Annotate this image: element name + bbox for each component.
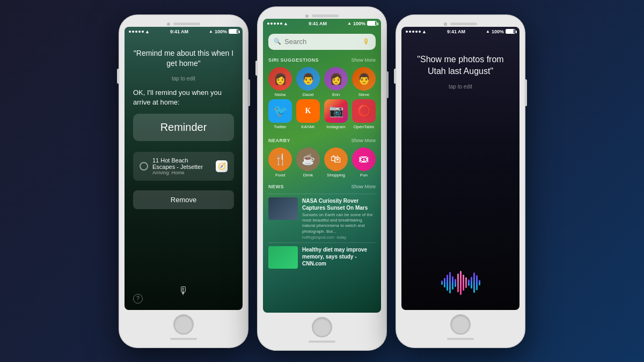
news-content-1: NASA Curiosity Rover Captures Sunset On … [302, 197, 376, 240]
wave-bar-12 [471, 277, 472, 289]
help-button[interactable]: ? [133, 294, 143, 304]
status-right: ▲ 100% [209, 29, 238, 34]
nearby-drink[interactable]: ☕ Drink [296, 147, 320, 178]
app-instagram[interactable]: 📷 Instagram [324, 99, 348, 129]
wave-bar-3 [447, 275, 448, 291]
power-button-3 [525, 79, 527, 106]
reminder-item[interactable]: 11 Hot Beach Escapes - Jetsetter Arrivin… [133, 152, 234, 181]
wave-bar-15 [479, 280, 480, 285]
iphone-2: ▲ 9:41 AM ▲ 100% 🔍 Search 🎙 [258, 7, 386, 350]
reminder-card: Reminder [133, 114, 234, 141]
sig1 [267, 23, 269, 25]
status-bar-2: ▲ 9:41 AM ▲ 100% [263, 19, 381, 28]
home-button-3[interactable] [450, 314, 471, 335]
iphone-3: ▲ 9:41 AM ▲ 100% "Show me photos from Ut… [396, 15, 525, 348]
iphone-bottom-2 [263, 339, 381, 345]
news-desc-1: Sunsets on Earth can be some of the most… [302, 212, 376, 235]
news-show-more[interactable]: Show More [351, 184, 376, 189]
siri-suggestions-header: SIRI SUGGESTIONS Show More [268, 57, 376, 63]
battery-fill-3 [506, 29, 514, 33]
front-camera-2 [305, 14, 309, 18]
avatar-erin: 👩 [324, 67, 348, 91]
app-twitter[interactable]: 🐦 Twitter [268, 99, 292, 129]
search-placeholder: Search [284, 38, 360, 46]
news-item-2[interactable]: Healthy diet may improve memory, says st… [268, 242, 376, 272]
search-bar[interactable]: 🔍 Search 🎙 [268, 34, 376, 50]
signal-icon-3: ▲ [486, 29, 490, 34]
kayak-icon: K [296, 99, 320, 123]
reminder-title: 11 Hot Beach Escapes - Jetsetter [152, 157, 211, 170]
nearby-section: NEARBY Show More 🍴 Food ☕ Drink 🛍 Shoppi… [263, 134, 381, 182]
reminder-label: Reminder [141, 121, 226, 134]
app-name-opentable: OpenTable [354, 124, 375, 129]
home-button-2[interactable] [312, 317, 332, 337]
iphone-top-3 [401, 20, 519, 27]
wifi-icon: ▲ [145, 29, 150, 34]
front-camera [167, 23, 170, 26]
siri-waveform [401, 267, 519, 299]
s4 [415, 31, 418, 33]
signal-dot-3 [135, 31, 137, 33]
reminder-subtitle: Arriving: Home [152, 170, 211, 175]
signal-dot-1 [129, 31, 131, 33]
apps-row: 🐦 Twitter K KAYAK 📷 Instagram ⭕ OpenTabl… [268, 99, 376, 129]
siri-microphone[interactable]: 🎙 [133, 285, 234, 301]
app-name-kayak: KAYAK [301, 124, 315, 129]
wave-bar-1 [441, 280, 443, 285]
mic-search-icon[interactable]: 🎙 [363, 38, 370, 46]
nearby-shopping[interactable]: 🛍 Shopping [324, 147, 348, 178]
sig4 [277, 23, 279, 25]
tap-to-edit-1[interactable]: tap to edit [133, 76, 234, 82]
wave-bar-9 [463, 275, 464, 291]
twitter-icon: 🐦 [268, 99, 292, 123]
battery-percent-2: 100% [353, 21, 365, 26]
nearby-label-shopping: Shopping [327, 173, 345, 178]
tap-to-edit-3[interactable]: tap to edit [410, 84, 511, 90]
wave-bar-2 [444, 278, 445, 287]
app-kayak[interactable]: K KAYAK [296, 99, 320, 129]
contact-name-steve: Steve [358, 92, 369, 97]
nearby-label-drink: Drink [303, 173, 313, 178]
signal-dot-5 [142, 31, 144, 33]
contact-steve[interactable]: 👨 Steve [352, 67, 376, 97]
nearby-fun[interactable]: 🎟 Fun [352, 147, 376, 178]
wave-bar-7 [457, 274, 459, 292]
status-left: ▲ [129, 29, 150, 34]
status-bar-1: ▲ 9:41 AM ▲ 100% [125, 27, 243, 36]
bottom-speaker-3 [447, 338, 474, 340]
drink-icon: ☕ [296, 147, 320, 171]
safari-icon[interactable]: 🧭 [216, 160, 228, 172]
remove-button[interactable]: Remove [133, 190, 234, 209]
app-opentable[interactable]: ⭕ OpenTable [352, 99, 376, 129]
news-content-2: Healthy diet may improve memory, says st… [302, 246, 376, 268]
phones-container: ▲ 9:41 AM ▲ 100% "Remind me about this w… [0, 0, 644, 362]
contact-nisha[interactable]: 👩 Nisha [268, 67, 292, 97]
app-name-twitter: Twitter [274, 124, 287, 129]
iphone-top-2 [263, 12, 381, 19]
contacts-row: 👩 Nisha 👨 David 👩 Erin 👨 Steve [268, 67, 376, 97]
search-icon: 🔍 [274, 38, 281, 45]
wave-bar-14 [476, 275, 478, 290]
battery-fill-1 [229, 29, 237, 33]
contact-david[interactable]: 👨 David [296, 67, 320, 97]
food-icon: 🍴 [268, 147, 292, 171]
opentable-icon: ⭕ [352, 99, 376, 123]
home-button-1[interactable] [173, 314, 194, 335]
battery-percent-3: 100% [492, 29, 504, 34]
nearby-show-more[interactable]: Show More [351, 138, 376, 143]
shopping-icon: 🛍 [324, 147, 348, 171]
nearby-header: NEARBY Show More [268, 138, 376, 143]
battery-icon-1 [229, 29, 238, 34]
contact-erin[interactable]: 👩 Erin [324, 67, 348, 97]
nearby-food[interactable]: 🍴 Food [268, 147, 292, 178]
wave-bar-6 [455, 279, 456, 287]
siri-query-3: "Show me photos from Utah last August" [410, 54, 511, 78]
wifi-icon-3: ▲ [422, 29, 427, 34]
volume-button [117, 69, 119, 84]
s3 [412, 31, 414, 33]
news-item-1[interactable]: NASA Curiosity Rover Captures Sunset On … [268, 194, 376, 243]
bottom-speaker [170, 338, 197, 340]
phone2-screen: ▲ 9:41 AM ▲ 100% 🔍 Search 🎙 [263, 19, 381, 313]
siri-response-1: OK, I'll remind you when you arrive at h… [133, 88, 234, 107]
siri-suggestions-show-more[interactable]: Show More [351, 57, 376, 63]
